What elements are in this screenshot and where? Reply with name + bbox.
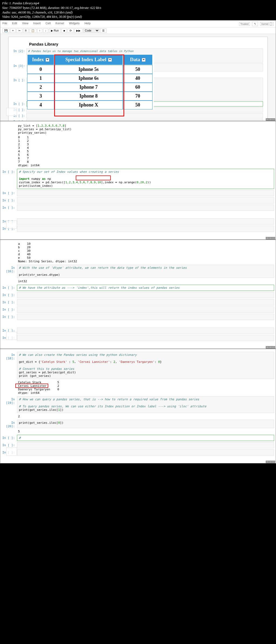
code-cell-hash[interactable]: In [ ]: # (2, 435, 274, 441)
empty-cell[interactable]: In [ ]: (2, 328, 274, 334)
menu-help[interactable]: Help (84, 22, 91, 26)
timestamp: 00:00:03 (266, 237, 275, 239)
screenshot-panel-3: a 10 b 20 c 30 d 40 e 50 Name: String Se… (0, 240, 276, 349)
table-row: 0Iphone 5s50 (27, 65, 154, 74)
file-audio-line: Audio: aac, 44100 Hz, 2 channels, s16, 1… (2, 10, 274, 15)
trusted-badge[interactable]: Trusted (239, 22, 250, 26)
empty-cell[interactable]: In [ ]: (2, 197, 274, 204)
cut-button[interactable]: ✂ (16, 28, 22, 33)
jupyter-menubar: File Edit View Insert Cell Kernel Widget… (0, 20, 276, 27)
overlay-index-table: Index Special Index Label Data 0Iphone 5… (27, 54, 154, 109)
command-palette-button[interactable]: ☰ (100, 28, 106, 33)
col-header-label[interactable]: Special Index Label (54, 54, 123, 65)
table-row: 1Iphone 6s40 (27, 74, 154, 83)
empty-cell[interactable]: In [ ]: (2, 226, 274, 232)
cell-prompt: In [3]: (13, 63, 26, 71)
output-block: 0 1 1 2 2 3 3 4 4 5 5 6 6 7 7 8 dtype: i… (2, 135, 274, 168)
cell-type-select[interactable]: Code (83, 28, 99, 33)
dropdown-icon[interactable] (142, 58, 146, 62)
timestamp: 00:00:03 (266, 461, 275, 463)
notebook-title: Pandas Library (29, 42, 263, 46)
move-down-button[interactable]: ↓ (43, 28, 48, 33)
menu-view[interactable]: View (22, 22, 29, 26)
empty-cell[interactable]: In [ ]: (2, 335, 274, 341)
output-got-series: Catelyn Stark 5 Cersei Lannister 2 Daene… (2, 380, 274, 395)
empty-cell[interactable]: In [ ]: (2, 205, 274, 211)
restart-run-button[interactable]: ▶▶ (74, 28, 82, 33)
output-2: 2 (2, 414, 274, 419)
copy-button[interactable]: ⎘ (23, 28, 29, 33)
move-up-button[interactable]: ↑ (37, 28, 42, 33)
timestamp: 00:00:03 (266, 346, 275, 349)
menu-cell[interactable]: Cell (46, 22, 51, 26)
code-cell-16[interactable]: In [16]: # With the use of 'dtype' attri… (2, 265, 274, 278)
empty-cell[interactable]: In [ ]: (2, 442, 274, 448)
watermark (6, 447, 17, 456)
paste-button[interactable]: 📋 (29, 28, 36, 33)
file-name-line: File: 1. Pandas Library.mp4 (2, 1, 274, 6)
empty-cell[interactable]: In [ ]: (2, 299, 274, 305)
table-row: 2Iphone 760 (27, 83, 154, 92)
menu-kernel[interactable]: Kernel (56, 22, 64, 26)
code-cell-index-attr[interactable]: In [ ]: # We have the attribute as ---> … (2, 285, 274, 291)
empty-cell[interactable]: In [ ]: (13, 113, 263, 118)
kernel-status-icon (270, 23, 272, 25)
code-cell-19[interactable]: In [19]: # How we can query a pandas ser… (2, 396, 274, 413)
stop-button[interactable]: ■ (61, 28, 67, 33)
dropdown-icon[interactable] (108, 58, 112, 62)
empty-cell[interactable]: In [ ]: (2, 292, 274, 298)
menu-edit[interactable]: Edit (12, 22, 17, 26)
run-button[interactable]: ▶ Run (49, 28, 61, 33)
empty-cell[interactable]: In [ ]: (2, 218, 274, 225)
empty-cell[interactable]: In [ ]: (2, 306, 274, 313)
col-header-data[interactable]: Data (123, 54, 153, 65)
output-int32: int32 (2, 279, 274, 284)
cell-prompt: In [2]: (13, 49, 26, 63)
empty-cell[interactable]: In [ ]: (2, 190, 274, 196)
file-metadata-header: File: 1. Pandas Library.mp4 Size: 759605… (0, 0, 276, 20)
code-cell-custom-index[interactable]: In [ ]: # Specify our set of Index value… (2, 169, 274, 189)
col-header-index[interactable]: Index (27, 54, 54, 65)
edit-icon[interactable]: ✎ (252, 22, 258, 26)
kernel-indicator[interactable]: Kernel (260, 22, 274, 26)
empty-cell[interactable]: In [ ]: (13, 119, 263, 121)
menu-insert[interactable]: Insert (33, 22, 41, 26)
restart-button[interactable]: ⟳ (68, 28, 74, 33)
timestamp: 00:00:03 (266, 118, 275, 121)
menu-file[interactable]: File (2, 22, 7, 26)
code-cell-20[interactable]: In [20]: print(got_series.iloc[0]) (2, 420, 274, 428)
file-video-line: Video: h264, yuv420p, 1280x720, 484 kb/s… (2, 15, 274, 19)
screenshot-panel-4: In [18]: # We can also create the Pandas… (0, 349, 276, 463)
file-size-line: Size: 75960597 bytes (72.44 MiB), durati… (2, 6, 274, 10)
table-row: 4Iphone X50 (27, 101, 154, 109)
watermark (6, 108, 17, 116)
watermark (6, 221, 17, 229)
dropdown-icon[interactable] (46, 58, 49, 62)
menu-widgets[interactable]: Widgets (69, 22, 80, 26)
table-row: 3Iphone 870 (27, 92, 154, 101)
code-cell-18[interactable]: In [18]: # We can also create the Pandas… (2, 352, 274, 379)
screenshot-panel-1: File Edit View Insert Cell Kernel Widget… (0, 20, 276, 121)
watermark (6, 332, 17, 340)
output-block: a 10 b 20 c 30 d 40 e 50 Name: String Se… (2, 242, 274, 264)
empty-cell[interactable]: In [ ]: (2, 449, 274, 456)
save-button[interactable]: 💾 (2, 28, 9, 33)
jupyter-toolbar: 💾 + ✂ ⎘ 📋 ↑ ↓ ▶ Run ■ ⟳ ▶▶ Code ☰ (0, 27, 276, 34)
output-5: 5 (2, 429, 274, 434)
screenshot-panel-2: py_list = [1,2,3,4,5,6,7,8]py_series = p… (0, 121, 276, 240)
code-line: py_list = [1,2,3,4,5,6,7,8]py_series = p… (2, 123, 274, 135)
empty-cell[interactable]: In [ ]: (2, 314, 274, 320)
add-cell-button[interactable]: + (10, 28, 16, 33)
